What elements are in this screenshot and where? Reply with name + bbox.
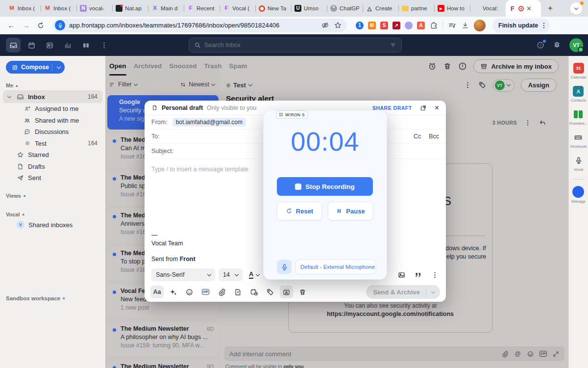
- sidebar-item-shared-with-me[interactable]: Shared with me: [3, 115, 102, 127]
- browser-tab[interactable]: New Ta: [255, 0, 291, 17]
- nav-more-icon[interactable]: [97, 38, 111, 53]
- metamask-icon[interactable]: M: [368, 22, 376, 29]
- conversation-more-icon[interactable]: [464, 81, 472, 89]
- sidebar-item-drafts[interactable]: Drafts: [3, 161, 102, 173]
- emoji-icon[interactable]: [527, 350, 534, 358]
- cc-button[interactable]: Cc: [414, 133, 421, 140]
- canned-response-icon[interactable]: [231, 286, 245, 298]
- sidebar-item-assigned-to-me[interactable]: Assigned to me: [3, 103, 102, 115]
- browser-tab[interactable]: XMain d: [148, 0, 184, 17]
- reload-button[interactable]: [34, 19, 47, 32]
- search-filter-icon[interactable]: [390, 42, 396, 49]
- attachment-icon[interactable]: [501, 350, 509, 358]
- browser-tab[interactable]: MInbox (: [5, 0, 41, 17]
- sidebar-item-inbox[interactable]: Inbox164: [3, 90, 102, 103]
- assignee-selector[interactable]: VT: [493, 79, 514, 92]
- attachment-icon[interactable]: [215, 286, 228, 298]
- microphone-device-select[interactable]: Default - External Microphone (Bu: [295, 260, 376, 274]
- sidebar-section-me[interactable]: Me▴: [0, 80, 105, 90]
- list-tab-archived[interactable]: Archived: [134, 56, 162, 76]
- browser-tab[interactable]: FVocal (: [220, 0, 255, 17]
- rail-item-knowled[interactable]: Knowled...: [569, 109, 588, 126]
- send-options-dropdown[interactable]: [426, 291, 440, 293]
- browser-tab-active[interactable]: F✕: [506, 0, 541, 17]
- gif-icon[interactable]: GIF: [199, 286, 212, 298]
- font-family-select[interactable]: Sans-Serif: [151, 268, 215, 281]
- bookmark-star-icon[interactable]: [333, 21, 342, 30]
- tag-icon[interactable]: [478, 81, 487, 89]
- reply-icon[interactable]: [539, 119, 546, 127]
- profile-avatar[interactable]: [474, 20, 486, 31]
- send-archive-button[interactable]: Send & Archive: [366, 285, 440, 299]
- nav-calendar-icon[interactable]: [24, 38, 39, 53]
- gif-icon[interactable]: GIF: [539, 350, 547, 358]
- rail-item-vocal[interactable]: Vocal: [573, 155, 584, 172]
- microphone-icon[interactable]: [277, 260, 292, 274]
- sidebar-item-test[interactable]: Test164: [3, 138, 102, 150]
- browser-tab[interactable]: *ChatGP: [327, 0, 363, 17]
- sidebar-section-views[interactable]: Views▴: [0, 191, 105, 201]
- compose-button[interactable]: Compose: [6, 61, 65, 74]
- from-address-chip[interactable]: bot.iamfahad@gmail.com: [172, 118, 246, 127]
- popout-icon[interactable]: [420, 105, 427, 111]
- new-tab-button[interactable]: +: [544, 2, 557, 15]
- delete-draft-icon[interactable]: [296, 286, 309, 298]
- back-button[interactable]: ←: [5, 19, 18, 32]
- settings-gear-icon[interactable]: [553, 41, 562, 50]
- browser-tab[interactable]: Vocal:: [470, 0, 506, 17]
- nav-inbox-icon[interactable]: [6, 38, 21, 53]
- assign-button[interactable]: Assign: [521, 79, 557, 92]
- reset-button[interactable]: Reset: [277, 202, 322, 220]
- workspace-switcher[interactable]: Sandbox workspace▾: [6, 295, 65, 301]
- stop-recording-button[interactable]: Stop Recording: [277, 177, 373, 196]
- font-size-select[interactable]: 14: [219, 268, 243, 281]
- format-icon[interactable]: Aa: [150, 286, 164, 298]
- sidebar-section-vocal[interactable]: Vocal▴: [0, 210, 105, 219]
- compose-dropdown[interactable]: [52, 63, 65, 71]
- internal-comment-bar[interactable]: @GIF: [224, 346, 564, 361]
- search-bar[interactable]: [189, 38, 402, 53]
- ai-compose-icon[interactable]: [167, 286, 180, 298]
- tab-close-icon[interactable]: ✕: [526, 5, 532, 12]
- browser-tab[interactable]: partne: [398, 0, 434, 17]
- bcc-button[interactable]: Bcc: [429, 133, 439, 140]
- sidebar-item-starred[interactable]: Starred: [3, 149, 102, 161]
- extensions-puzzle-icon[interactable]: [429, 21, 438, 30]
- browser-tab[interactable]: MInbox (: [41, 0, 76, 17]
- pause-button[interactable]: Pause: [328, 202, 373, 220]
- redirect-icon[interactable]: ↗: [392, 22, 400, 29]
- nav-contacts-icon[interactable]: [42, 38, 57, 53]
- quote-icon[interactable]: [414, 271, 422, 279]
- rail-item-shortcuts[interactable]: Shortcuts: [570, 132, 587, 149]
- url-input[interactable]: [69, 22, 317, 29]
- rail-item-manage[interactable]: Manage: [571, 186, 586, 204]
- search-input[interactable]: [204, 42, 386, 49]
- wing-icon[interactable]: A: [417, 22, 425, 29]
- archive-button[interactable]: Archive in my inbox: [473, 59, 559, 73]
- sidebar-item-discussions[interactable]: Discussions: [3, 126, 102, 138]
- thread-card[interactable]: The Medium Newsletter6DA philosopher on …: [107, 322, 219, 356]
- browser-tab[interactable]: △Create: [363, 0, 398, 17]
- schedule-send-icon[interactable]: [247, 286, 261, 298]
- nav-analytics-icon[interactable]: [60, 38, 75, 53]
- address-bar[interactable]: [53, 19, 347, 32]
- nav-split-view-icon[interactable]: [78, 38, 93, 53]
- insert-image-icon[interactable]: [397, 271, 406, 279]
- conversation-tag[interactable]: Test: [226, 81, 252, 89]
- forward-button[interactable]: →: [20, 19, 32, 32]
- emoji-icon[interactable]: [183, 286, 196, 298]
- message-more-icon[interactable]: [524, 119, 532, 127]
- help-icon[interactable]: ?: [536, 41, 545, 50]
- onepassword-icon[interactable]: 1: [356, 22, 364, 29]
- text-color-select[interactable]: A: [246, 268, 262, 281]
- stripe-icon[interactable]: S: [380, 22, 388, 29]
- trash-icon[interactable]: [443, 62, 452, 71]
- user-avatar[interactable]: VT: [569, 38, 583, 52]
- mention-icon[interactable]: @: [514, 350, 521, 358]
- media-controls-icon[interactable]: [447, 21, 456, 30]
- tab-search-chevron-icon[interactable]: [570, 2, 582, 14]
- rail-item-contacts[interactable]: Contacts: [571, 86, 587, 103]
- phantom-icon[interactable]: [405, 22, 413, 29]
- hide-eye-icon[interactable]: [320, 21, 329, 30]
- browser-menu-icon[interactable]: [540, 22, 548, 29]
